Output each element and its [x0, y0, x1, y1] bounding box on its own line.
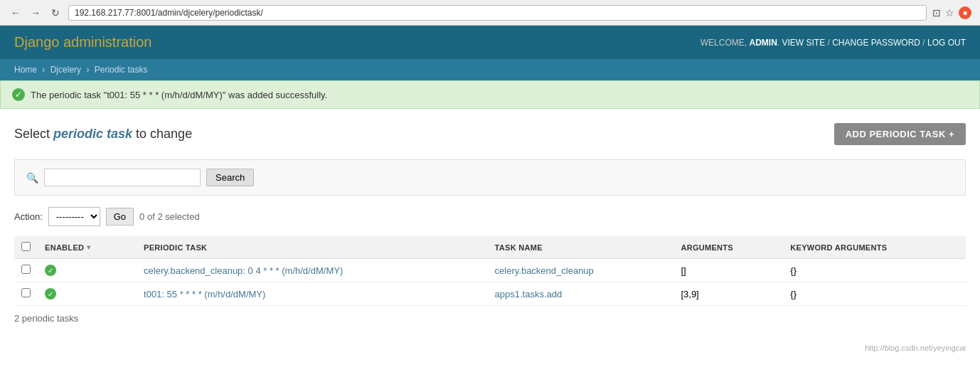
row-task-name-1: apps1.tasks.add: [488, 282, 674, 306]
back-button[interactable]: ←: [9, 6, 23, 20]
row-enabled-0: ✓: [38, 259, 137, 282]
row-keyword-arguments-1: {}: [783, 282, 966, 306]
periodic-task-link-1[interactable]: t001: 55 * * * * (m/h/d/dM/MY): [144, 289, 265, 299]
search-icon: 🔍: [26, 172, 38, 184]
search-button[interactable]: Search: [206, 169, 254, 186]
username: ADMIN: [749, 38, 777, 48]
row-arguments-0: []: [673, 259, 783, 282]
row-enabled-1: ✓: [38, 282, 137, 306]
title-suffix: to change: [132, 127, 192, 141]
row-task-name-0: celery.backend_cleanup: [488, 259, 674, 282]
th-checkbox: [14, 236, 38, 259]
task-name-link-1[interactable]: apps1.tasks.add: [495, 289, 563, 299]
breadcrumb: Home › Djcelery › Periodic tasks: [0, 59, 980, 80]
page-title: Select periodic task to change: [14, 127, 192, 142]
table-footer: 2 periodic tasks: [14, 306, 966, 331]
success-icon: ✓: [12, 88, 25, 101]
search-row: 🔍 Search: [14, 159, 966, 196]
forward-button[interactable]: →: [28, 6, 43, 20]
th-task-name: TASK NAME: [488, 236, 674, 259]
periodic-task-link-0[interactable]: celery.backend_cleanup: 0 4 * * * (m/h/d…: [144, 265, 343, 276]
row-checkbox-cell-1: [14, 282, 38, 306]
enabled-check-icon: ✓: [45, 265, 56, 276]
row-arguments-1: [3,9]: [673, 282, 783, 306]
change-password-link[interactable]: CHANGE PASSWORD: [832, 38, 920, 48]
row-checkbox-1[interactable]: [21, 288, 31, 297]
breadcrumb-home[interactable]: Home: [14, 65, 37, 75]
row-checkbox-0[interactable]: [21, 265, 31, 274]
row-periodic-task-1: t001: 55 * * * * (m/h/d/dM/MY): [137, 282, 487, 306]
enabled-check-icon: ✓: [45, 288, 56, 299]
th-enabled[interactable]: ENABLED ▾: [38, 236, 137, 259]
main-content: Select periodic task to change ADD PERIO…: [0, 109, 980, 338]
title-em: periodic task: [53, 127, 132, 141]
page-header-row: Select periodic task to change ADD PERIO…: [14, 123, 966, 145]
breadcrumb-sep2: ›: [86, 65, 89, 75]
data-table: ENABLED ▾ PERIODIC TASK TASK NAME ARGUME…: [14, 236, 966, 306]
url-bar[interactable]: [68, 5, 927, 21]
th-keyword-arguments: KEYWORD ARGUMENTS: [783, 236, 966, 259]
admin-title: Django administration: [14, 34, 151, 51]
task-name-link-0[interactable]: celery.backend_cleanup: [495, 265, 594, 276]
row-checkbox-cell-0: [14, 259, 38, 282]
row-periodic-task-0: celery.backend_cleanup: 0 4 * * * (m/h/d…: [137, 259, 487, 282]
log-out-link[interactable]: LOG OUT: [927, 38, 966, 48]
bookmark-icon: ⊡: [932, 7, 941, 18]
star-icon: ☆: [945, 7, 954, 18]
select-all-checkbox[interactable]: [21, 242, 31, 251]
success-message: ✓ The periodic task "t001: 55 * * * (m/h…: [0, 80, 980, 109]
th-arguments: ARGUMENTS: [673, 236, 783, 259]
breadcrumb-current: Periodic tasks: [95, 65, 148, 75]
breadcrumb-sep1: ›: [42, 65, 45, 75]
breadcrumb-djcelery[interactable]: Djcelery: [50, 65, 81, 75]
menu-icon: ●: [959, 6, 971, 19]
action-label: Action:: [14, 211, 43, 222]
table-row: ✓ celery.backend_cleanup: 0 4 * * * (m/h…: [14, 259, 966, 282]
browser-chrome: ← → ↻ ⊡ ☆ ●: [0, 0, 980, 26]
success-text: The periodic task "t001: 55 * * * (m/h/d…: [31, 90, 327, 100]
row-keyword-arguments-0: {}: [783, 259, 966, 282]
user-info: WELCOME, ADMIN. VIEW SITE / CHANGE PASSW…: [701, 38, 966, 48]
refresh-button[interactable]: ↻: [48, 6, 63, 20]
browser-icons: ⊡ ☆ ●: [932, 6, 971, 19]
view-site-link[interactable]: VIEW SITE: [782, 38, 825, 48]
welcome-prefix: WELCOME,: [701, 38, 747, 48]
th-enabled-label: ENABLED: [45, 243, 84, 252]
table-row: ✓ t001: 55 * * * * (m/h/d/dM/MY) apps1.t…: [14, 282, 966, 306]
title-prefix: Select: [14, 127, 53, 141]
watermark: http://blog.csdn.net/yeyingcai: [0, 338, 980, 358]
go-button[interactable]: Go: [106, 208, 134, 226]
sort-arrow-enabled: ▾: [87, 243, 90, 251]
action-row: Action: --------- Go 0 of 2 selected: [14, 207, 966, 226]
selected-count: 0 of 2 selected: [139, 211, 200, 222]
table-header-row: ENABLED ▾ PERIODIC TASK TASK NAME ARGUME…: [14, 236, 966, 259]
admin-header: Django administration WELCOME, ADMIN. VI…: [0, 26, 980, 59]
add-periodic-task-button[interactable]: ADD PERIODIC TASK +: [834, 123, 966, 145]
th-periodic-task: PERIODIC TASK: [137, 236, 487, 259]
action-select[interactable]: ---------: [48, 207, 100, 226]
search-input[interactable]: [44, 169, 201, 186]
